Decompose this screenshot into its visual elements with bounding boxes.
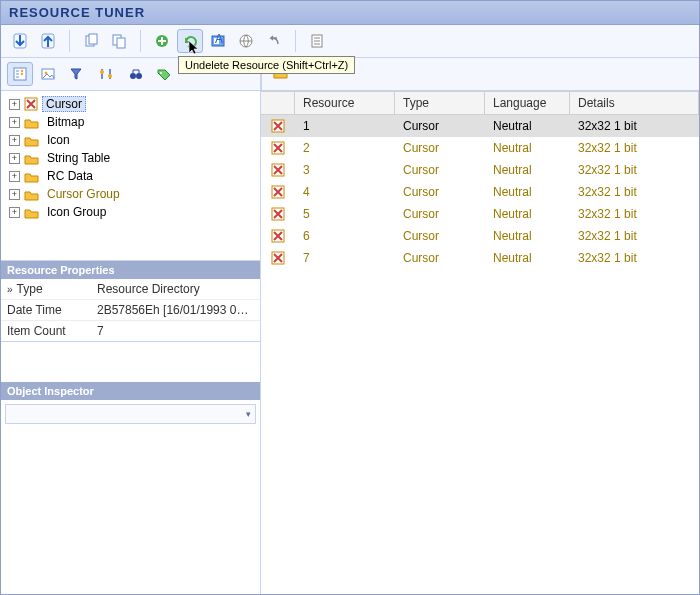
add-resource-button[interactable] [149, 29, 175, 53]
cell-type: Cursor [395, 117, 485, 135]
table-row[interactable]: 3CursorNeutral32x32 1 bit [261, 159, 699, 181]
find-button[interactable] [123, 62, 149, 86]
expand-icon[interactable]: + [9, 99, 20, 110]
table-row[interactable]: 7CursorNeutral32x32 1 bit [261, 247, 699, 269]
prop-value: 2B57856Eh [16/01/1993 03:47... [91, 300, 260, 320]
cell-language: Neutral [485, 249, 570, 267]
tree-item-cursor-group[interactable]: +Cursor Group [3, 185, 258, 203]
cell-language: Neutral [485, 117, 570, 135]
tree-item-string-table[interactable]: +String Table [3, 149, 258, 167]
language-button[interactable] [233, 29, 259, 53]
object-inspector-combo[interactable]: ▾ [5, 404, 256, 424]
cell-language: Neutral [485, 161, 570, 179]
cell-details: 32x32 1 bit [570, 139, 699, 157]
deleted-icon [271, 163, 285, 177]
mouse-cursor-icon [187, 39, 203, 55]
export-button[interactable] [35, 29, 61, 53]
prop-key: Item Count [1, 321, 91, 341]
expand-icon[interactable]: + [9, 207, 20, 218]
deleted-icon [271, 207, 285, 221]
cell-resource: 3 [295, 161, 395, 179]
col-details[interactable]: Details [570, 92, 699, 114]
deleted-icon [24, 97, 38, 111]
rename-button[interactable] [205, 29, 231, 53]
col-type[interactable]: Type [395, 92, 485, 114]
deleted-icon [271, 141, 285, 155]
prop-key: »Type [1, 279, 91, 299]
col-language[interactable]: Language [485, 92, 570, 114]
cell-details: 32x32 1 bit [570, 117, 699, 135]
folder-icon [24, 152, 39, 165]
prop-value: 7 [91, 321, 260, 341]
copy-multi-button[interactable] [106, 29, 132, 53]
cell-type: Cursor [395, 161, 485, 179]
col-resource[interactable]: Resource [295, 92, 395, 114]
tag-button[interactable] [151, 62, 177, 86]
prop-row: »TypeResource Directory [1, 279, 260, 299]
undelete-resource-button[interactable]: Undelete Resource (Shift+Ctrl+Z) [177, 29, 203, 53]
tree-item-bitmap[interactable]: +Bitmap [3, 113, 258, 131]
tree-item-label: Icon Group [43, 204, 110, 220]
cell-resource: 4 [295, 183, 395, 201]
cell-type: Cursor [395, 139, 485, 157]
table-row[interactable]: 2CursorNeutral32x32 1 bit [261, 137, 699, 159]
tree-item-label: Cursor Group [43, 186, 124, 202]
tree-item-rc-data[interactable]: +RC Data [3, 167, 258, 185]
folder-icon [24, 116, 39, 129]
prop-row: Item Count7 [1, 320, 260, 341]
tooltip: Undelete Resource (Shift+Ctrl+Z) [178, 56, 355, 74]
tree-item-icon-group[interactable]: +Icon Group [3, 203, 258, 221]
deleted-icon [271, 251, 285, 265]
cell-type: Cursor [395, 183, 485, 201]
settings-button[interactable] [93, 62, 119, 86]
prop-value: Resource Directory [91, 279, 260, 299]
table-row[interactable]: 4CursorNeutral32x32 1 bit [261, 181, 699, 203]
cell-details: 32x32 1 bit [570, 161, 699, 179]
tree-item-label: Icon [43, 132, 74, 148]
cell-language: Neutral [485, 139, 570, 157]
table-row[interactable]: 6CursorNeutral32x32 1 bit [261, 225, 699, 247]
cell-resource: 7 [295, 249, 395, 267]
folder-icon [24, 170, 39, 183]
cell-resource: 2 [295, 139, 395, 157]
prop-row: Date Time2B57856Eh [16/01/1993 03:47... [1, 299, 260, 320]
cell-language: Neutral [485, 205, 570, 223]
import-button[interactable] [7, 29, 33, 53]
table-row[interactable]: 1CursorNeutral32x32 1 bit [261, 115, 699, 137]
tree-view-button[interactable] [7, 62, 33, 86]
folder-icon [24, 206, 39, 219]
cell-resource: 6 [295, 227, 395, 245]
tree-item-icon[interactable]: +Icon [3, 131, 258, 149]
main-toolbar: Undelete Resource (Shift+Ctrl+Z) [1, 25, 699, 58]
col-icon[interactable] [261, 92, 295, 114]
cell-language: Neutral [485, 183, 570, 201]
table-row[interactable]: 5CursorNeutral32x32 1 bit [261, 203, 699, 225]
folder-icon [24, 134, 39, 147]
cell-type: Cursor [395, 227, 485, 245]
cell-type: Cursor [395, 249, 485, 267]
undo-button[interactable] [261, 29, 287, 53]
cell-type: Cursor [395, 205, 485, 223]
expand-icon[interactable]: + [9, 189, 20, 200]
tree-item-cursor[interactable]: +Cursor [3, 95, 258, 113]
chevron-right-icon: » [7, 284, 13, 295]
properties-button[interactable] [304, 29, 330, 53]
cell-resource: 1 [295, 117, 395, 135]
window-title: RESOURCE TUNER [1, 1, 699, 25]
expand-icon[interactable]: + [9, 117, 20, 128]
image-view-button[interactable] [35, 62, 61, 86]
deleted-icon [271, 229, 285, 243]
object-inspector-header: Object Inspector [1, 382, 260, 400]
properties-grid: »TypeResource DirectoryDate Time2B57856E… [1, 279, 260, 342]
copy-button[interactable] [78, 29, 104, 53]
properties-panel-header: Resource Properties [1, 261, 260, 279]
expand-icon[interactable]: + [9, 135, 20, 146]
cell-details: 32x32 1 bit [570, 183, 699, 201]
resource-grid[interactable]: 1CursorNeutral32x32 1 bit2CursorNeutral3… [261, 115, 699, 595]
folder-icon [24, 188, 39, 201]
expand-icon[interactable]: + [9, 153, 20, 164]
expand-icon[interactable]: + [9, 171, 20, 182]
tree-item-label: Cursor [42, 96, 86, 112]
filter-button[interactable] [63, 62, 89, 86]
resource-tree[interactable]: +Cursor+Bitmap+Icon+String Table+RC Data… [1, 91, 260, 261]
